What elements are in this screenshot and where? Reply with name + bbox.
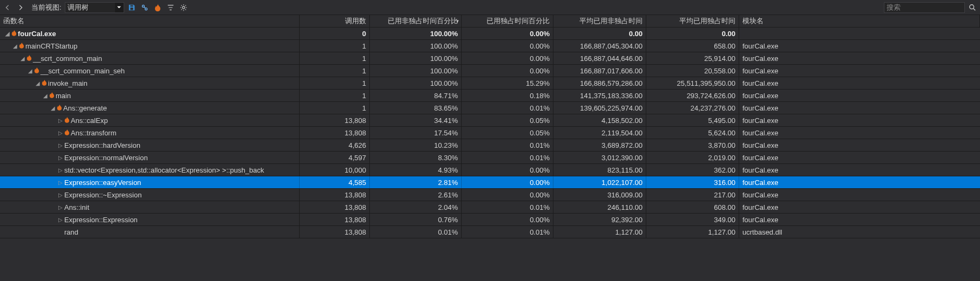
search-input[interactable]: 搜索 <box>884 2 965 13</box>
expander-open-icon[interactable]: ◢ <box>42 93 48 99</box>
expander-closed-icon[interactable]: ▷ <box>57 217 63 223</box>
table-row[interactable]: ▷Ans::transform13,80817.54%0.05%2,119,50… <box>0 127 980 139</box>
cell-avex: 658.00 <box>646 40 739 52</box>
expander-open-icon[interactable]: ◢ <box>19 56 25 61</box>
table-row[interactable]: ◢fourCal.exe0100.00%0.00%0.000.00 <box>0 28 980 40</box>
col-elapsed-inclusive-pct[interactable]: 已用非独占时间百分比 ▾ <box>370 15 462 27</box>
expander-open-icon[interactable]: ◢ <box>12 43 18 49</box>
table-row[interactable]: rand13,8080.01%0.01%1,127.001,127.00ucrt… <box>0 226 980 238</box>
cell-avel: 316,009.00 <box>553 189 646 201</box>
cell-avel: 2,119,504.00 <box>553 127 646 139</box>
function-name: std::vector<Expression,std::allocator<Ex… <box>64 166 264 174</box>
cell-calls: 1 <box>300 102 370 114</box>
cell-avel: 0.00 <box>553 28 646 39</box>
cell-elap: 100.00% <box>370 77 462 89</box>
expander-open-icon[interactable]: ◢ <box>50 105 56 111</box>
link-icon[interactable] <box>139 2 150 13</box>
cell-excl: 0.00% <box>462 28 553 39</box>
hot-path-icon[interactable] <box>152 2 163 13</box>
cell-function: ◢__scrt_common_main_seh <box>0 65 300 77</box>
cell-excl: 0.00% <box>462 214 553 225</box>
search-icon[interactable] <box>967 2 978 13</box>
expander-closed-icon[interactable]: ▷ <box>57 167 63 173</box>
table-row[interactable]: ▷Expression::normalVersion4,5978.30%0.01… <box>0 152 980 164</box>
expander-open-icon[interactable]: ◢ <box>27 68 33 74</box>
cell-elap: 100.00% <box>370 40 462 52</box>
cell-avex: 24,237,276.00 <box>646 102 739 114</box>
cell-elap: 8.30% <box>370 152 462 163</box>
cell-avel: 141,375,183,336.00 <box>553 90 646 101</box>
cell-avel: 3,689,872.00 <box>553 139 646 151</box>
cell-excl: 0.01% <box>462 139 553 151</box>
sort-desc-icon: ▾ <box>456 18 459 24</box>
table-row[interactable]: ◢Ans::generate183.65%0.01%139,605,225,97… <box>0 102 980 114</box>
table-row[interactable]: ▷Expression::~Expression13,8082.61%0.00%… <box>0 189 980 201</box>
table-row[interactable]: ◢__scrt_common_main_seh1100.00%0.00%166,… <box>0 65 980 77</box>
view-select[interactable]: 调用树 <box>65 2 124 13</box>
nav-forward-icon[interactable] <box>15 2 26 13</box>
toolbar: 当前视图: 调用树 搜索 <box>0 0 980 15</box>
cell-function: ▷Ans::transform <box>0 127 300 139</box>
nav-back-icon[interactable] <box>2 2 13 13</box>
table-row[interactable]: ▷Ans::calExp13,80834.41%0.05%4,158,502.0… <box>0 114 980 127</box>
table-row[interactable]: ▷Expression::hardVersion4,62610.23%0.01%… <box>0 139 980 152</box>
function-name: __scrt_common_main_seh <box>40 67 125 75</box>
col-module[interactable]: 模块名 <box>739 15 980 27</box>
cell-excl: 15.29% <box>462 77 553 89</box>
cell-function: ◢main <box>0 90 300 101</box>
gear-icon[interactable] <box>178 2 189 13</box>
table-row[interactable]: ▷std::vector<Expression,std::allocator<E… <box>0 164 980 176</box>
table-row[interactable]: ◢__scrt_common_main1100.00%0.00%166,887,… <box>0 52 980 65</box>
function-name: Expression::normalVersion <box>64 154 148 162</box>
cell-avex: 362.00 <box>646 164 739 176</box>
expander-closed-icon[interactable]: ▷ <box>57 118 63 124</box>
cell-elap: 83.65% <box>370 102 462 114</box>
table-row[interactable]: ◢mainCRTStartup1100.00%0.00%166,887,045,… <box>0 40 980 52</box>
expander-closed-icon[interactable]: ▷ <box>57 180 63 186</box>
view-select-value: 调用树 <box>67 3 89 12</box>
hot-path-flame-icon <box>57 104 62 112</box>
cell-function: ▷Ans::calExp <box>0 114 300 126</box>
expander-open-icon[interactable]: ◢ <box>35 80 40 86</box>
col-calls[interactable]: 调用数 <box>300 15 370 27</box>
expander-closed-icon[interactable]: ▷ <box>57 130 63 136</box>
expander-closed-icon[interactable]: ▷ <box>57 142 63 148</box>
cell-excl: 0.01% <box>462 102 553 114</box>
table-row[interactable]: ▷Ans::init13,8082.04%0.01%246,110.00608.… <box>0 201 980 214</box>
function-name: main <box>56 92 71 100</box>
chevron-down-icon <box>115 3 124 12</box>
col-elapsed-exclusive-pct[interactable]: 已用独占时间百分比 <box>462 15 553 27</box>
table-row[interactable]: ◢invoke_main1100.00%15.29%166,886,579,28… <box>0 77 980 90</box>
cell-mod: fourCal.exe <box>739 52 980 64</box>
cell-mod: fourCal.exe <box>739 40 980 52</box>
cell-elap: 4.93% <box>370 164 462 176</box>
table-row[interactable]: ◢main184.71%0.18%141,375,183,336.00293,7… <box>0 90 980 102</box>
cell-function: ◢invoke_main <box>0 77 300 89</box>
cell-calls: 4,626 <box>300 139 370 151</box>
svg-point-3 <box>970 4 974 9</box>
col-function-name[interactable]: 函数名 <box>0 15 300 27</box>
cell-mod: fourCal.exe <box>739 114 980 126</box>
expander-open-icon[interactable]: ◢ <box>4 31 10 37</box>
expander-closed-icon[interactable]: ▷ <box>57 155 63 161</box>
table-row[interactable]: ▷Expression::easyVersion4,5852.81%0.00%1… <box>0 176 980 189</box>
cell-avex: 5,495.00 <box>646 114 739 126</box>
cell-avex: 0.00 <box>646 28 739 39</box>
filter-icon[interactable] <box>165 2 176 13</box>
cell-avex: 5,624.00 <box>646 127 739 139</box>
search-placeholder: 搜索 <box>887 3 901 12</box>
col-avg-elapsed-exclusive[interactable]: 平均已用独占时间 <box>646 15 739 27</box>
expander-closed-icon[interactable]: ▷ <box>57 192 63 198</box>
cell-calls: 13,808 <box>300 214 370 225</box>
save-icon[interactable] <box>126 2 137 13</box>
function-name: Expression::easyVersion <box>64 179 141 187</box>
cell-mod: fourCal.exe <box>739 164 980 176</box>
expander-closed-icon[interactable]: ▷ <box>57 204 63 210</box>
cell-elap: 100.00% <box>370 52 462 64</box>
cell-mod: fourCal.exe <box>739 77 980 89</box>
table-row[interactable]: ▷Expression::Expression13,8080.76%0.00%9… <box>0 214 980 226</box>
function-name: fourCal.exe <box>18 30 56 38</box>
cell-mod: ucrtbased.dll <box>739 226 980 238</box>
col-avg-elapsed-inclusive[interactable]: 平均已用非独占时间 <box>553 15 646 27</box>
cell-function: ◢mainCRTStartup <box>0 40 300 52</box>
